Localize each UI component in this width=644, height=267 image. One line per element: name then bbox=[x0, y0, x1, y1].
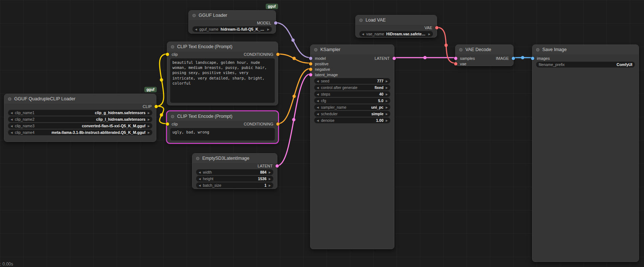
clip-output-port[interactable] bbox=[155, 105, 158, 108]
clip-name4-widget[interactable]: ◀ clip_name4 meta-llama-3.1-8b-instruct-… bbox=[8, 129, 152, 135]
decrement-icon[interactable]: ◀ bbox=[317, 93, 319, 96]
width-widget[interactable]: ◀ width 884 ▶ bbox=[196, 169, 273, 175]
widget-value: ComfyUI bbox=[567, 62, 632, 67]
node-title: CLIP Text Encode (Prompt) bbox=[177, 114, 233, 119]
latent-output-port[interactable] bbox=[276, 164, 279, 167]
increment-icon[interactable]: ▶ bbox=[386, 93, 388, 96]
increment-icon[interactable]: ▶ bbox=[386, 106, 388, 109]
node-graph-canvas[interactable]: gguf gguf GGUF Loader MODEL ◀ gguf_name … bbox=[0, 0, 644, 267]
decrement-icon[interactable]: ◀ bbox=[317, 99, 319, 102]
decrement-icon[interactable]: ◀ bbox=[195, 28, 197, 31]
height-widget[interactable]: ◀ height 1536 ▶ bbox=[196, 176, 273, 182]
batch-size-widget[interactable]: ◀ batch_size 1 ▶ bbox=[196, 182, 273, 188]
node-title-bar[interactable]: VAE Decode bbox=[456, 45, 513, 54]
clip-name3-widget[interactable]: ◀ clip_name3 converted-flan-t5-xxl-Q5_K_… bbox=[8, 123, 152, 129]
node-title-bar[interactable]: GGUF QuadrupleCLIP Loader bbox=[4, 94, 156, 104]
increment-icon[interactable]: ▶ bbox=[269, 171, 271, 174]
latent-image-input-port[interactable] bbox=[309, 73, 312, 76]
decrement-icon[interactable]: ◀ bbox=[317, 106, 319, 109]
node-title-bar[interactable]: Load VAE bbox=[356, 15, 437, 25]
node-empty-sd3-latent-image[interactable]: EmptySD3LatentImage LATENT ◀ width 884 ▶… bbox=[192, 153, 277, 189]
increment-icon[interactable]: ▶ bbox=[267, 28, 269, 31]
decrement-icon[interactable]: ◀ bbox=[11, 118, 13, 121]
decrement-icon[interactable]: ◀ bbox=[199, 184, 201, 187]
images-input-port[interactable] bbox=[531, 57, 534, 60]
widget-value: 1.00 bbox=[337, 118, 384, 123]
collapse-dot-icon[interactable] bbox=[171, 115, 174, 118]
increment-icon[interactable]: ▶ bbox=[148, 111, 150, 115]
seed-widget[interactable]: ◀ seed 777 ▶ bbox=[314, 78, 390, 84]
clip-name1-widget[interactable]: ◀ clip_name1 clip_g_hidream.safetensors … bbox=[8, 110, 152, 116]
vae-output-port[interactable] bbox=[435, 26, 438, 29]
increment-icon[interactable]: ▶ bbox=[386, 80, 388, 83]
collapse-dot-icon[interactable] bbox=[196, 157, 199, 160]
collapse-dot-icon[interactable] bbox=[171, 45, 174, 49]
vae-name-widget[interactable]: ◀ vae_name HiDream.vae.safetensors ▶ bbox=[359, 31, 433, 37]
image-output-port[interactable] bbox=[512, 57, 515, 60]
node-title-bar[interactable]: CLIP Text Encode (Prompt) bbox=[167, 112, 278, 121]
latent-output-port[interactable] bbox=[393, 57, 396, 60]
collapse-dot-icon[interactable] bbox=[459, 48, 462, 51]
increment-icon[interactable]: ▶ bbox=[269, 177, 271, 181]
increment-icon[interactable]: ▶ bbox=[386, 86, 388, 89]
positive-input-port[interactable] bbox=[309, 62, 312, 65]
decrement-icon[interactable]: ◀ bbox=[317, 119, 319, 122]
clip-name2-widget[interactable]: ◀ clip_name2 clip_l_hidream.safetensors … bbox=[8, 116, 152, 122]
vae-input-label: vae bbox=[460, 62, 467, 66]
prompt-textarea[interactable]: beautiful landscape, golden hour, nude w… bbox=[170, 58, 275, 103]
model-output-port[interactable] bbox=[274, 21, 277, 24]
decrement-icon[interactable]: ◀ bbox=[317, 86, 319, 89]
node-clip-text-encode-negative[interactable]: CLIP Text Encode (Prompt) clip CONDITION… bbox=[167, 111, 278, 143]
increment-icon[interactable]: ▶ bbox=[148, 118, 150, 121]
cfg-widget[interactable]: ◀ cfg 5.0 ▶ bbox=[314, 98, 390, 104]
denoise-widget[interactable]: ◀ denoise 1.00 ▶ bbox=[314, 117, 390, 123]
node-gguf-loader[interactable]: GGUF Loader MODEL ◀ gguf_name hidream-i1… bbox=[188, 10, 276, 34]
scheduler-widget[interactable]: ◀ scheduler simple ▶ bbox=[314, 111, 390, 117]
conditioning-output-port[interactable] bbox=[276, 53, 280, 56]
increment-icon[interactable]: ▶ bbox=[148, 131, 150, 134]
node-title-bar[interactable]: GGUF Loader bbox=[189, 11, 276, 20]
model-input-port[interactable] bbox=[309, 57, 312, 60]
increment-icon[interactable]: ▶ bbox=[386, 112, 388, 116]
decrement-icon[interactable]: ◀ bbox=[362, 32, 364, 36]
negative-input-port[interactable] bbox=[309, 67, 312, 71]
increment-icon[interactable]: ▶ bbox=[269, 184, 271, 187]
collapse-dot-icon[interactable] bbox=[536, 48, 539, 51]
decrement-icon[interactable]: ◀ bbox=[317, 112, 319, 116]
filename-prefix-widget[interactable]: filename_prefix ComfyUI bbox=[536, 62, 635, 67]
vae-input-port[interactable] bbox=[454, 62, 457, 65]
sampler-name-widget[interactable]: ◀ sampler_name uni_pc ▶ bbox=[314, 104, 390, 110]
node-vae-decode[interactable]: VAE Decode samples IMAGE vae bbox=[455, 44, 514, 66]
increment-icon[interactable]: ▶ bbox=[428, 32, 430, 36]
control-after-generate-widget[interactable]: ◀ control after generate fixed ▶ bbox=[314, 85, 390, 90]
gguf-name-widget[interactable]: ◀ gguf_name hidream-i1-full-Q5_K_M.gguf … bbox=[192, 26, 272, 32]
increment-icon[interactable]: ▶ bbox=[386, 119, 388, 122]
increment-icon[interactable]: ▶ bbox=[148, 124, 150, 128]
decrement-icon[interactable]: ◀ bbox=[199, 171, 201, 174]
increment-icon[interactable]: ▶ bbox=[386, 99, 388, 102]
clip-input-port[interactable] bbox=[166, 122, 169, 125]
node-title-bar[interactable]: KSampler bbox=[311, 45, 394, 54]
samples-input-port[interactable] bbox=[454, 57, 457, 60]
clip-input-port[interactable] bbox=[166, 53, 169, 56]
conditioning-output-port[interactable] bbox=[276, 122, 280, 125]
node-quadclip-loader[interactable]: GGUF QuadrupleCLIP Loader CLIP ◀ clip_na… bbox=[4, 94, 156, 142]
collapse-dot-icon[interactable] bbox=[8, 97, 11, 101]
decrement-icon[interactable]: ◀ bbox=[199, 177, 201, 181]
decrement-icon[interactable]: ◀ bbox=[11, 111, 13, 115]
collapse-dot-icon[interactable] bbox=[359, 19, 363, 22]
decrement-icon[interactable]: ◀ bbox=[11, 124, 13, 128]
decrement-icon[interactable]: ◀ bbox=[317, 80, 319, 83]
decrement-icon[interactable]: ◀ bbox=[11, 131, 13, 134]
steps-widget[interactable]: ◀ steps 40 ▶ bbox=[314, 91, 390, 97]
collapse-dot-icon[interactable] bbox=[314, 48, 317, 51]
node-ksampler[interactable]: KSampler model LATENT positive negative … bbox=[310, 44, 394, 249]
node-title-bar[interactable]: Save Image bbox=[532, 45, 639, 54]
node-title-bar[interactable]: CLIP Text Encode (Prompt) bbox=[167, 42, 278, 51]
collapse-dot-icon[interactable] bbox=[192, 14, 196, 17]
prompt-textarea[interactable]: ugly, bad, wrong bbox=[170, 128, 275, 140]
node-title-bar[interactable]: EmptySD3LatentImage bbox=[192, 154, 277, 163]
node-load-vae[interactable]: Load VAE VAE ◀ vae_name HiDream.vae.safe… bbox=[355, 15, 437, 38]
node-save-image[interactable]: Save Image images filename_prefix ComfyU… bbox=[532, 44, 639, 262]
node-clip-text-encode-positive[interactable]: CLIP Text Encode (Prompt) clip CONDITION… bbox=[167, 42, 278, 105]
